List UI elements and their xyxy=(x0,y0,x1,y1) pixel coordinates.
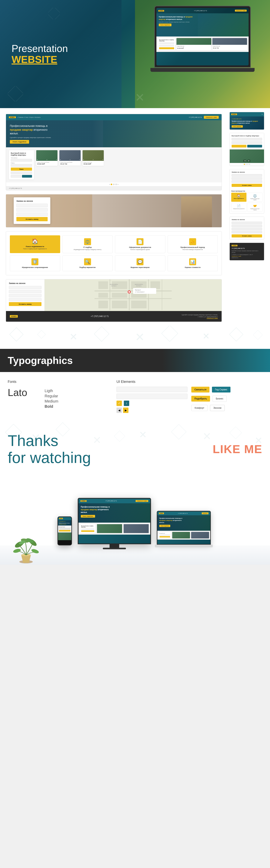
typographics-section: Typographics Fonts Lato Ligth Regular Me… xyxy=(0,349,270,421)
desktop-hero-cta[interactable]: Узнать подробнее xyxy=(10,140,29,144)
thanks-text-block: Thanks for watching xyxy=(8,432,91,466)
footer-phone: +7 (707) 040 12 71 xyxy=(91,315,109,317)
typo-ui-col: UI Elements ✓ i ◀ ▶ xyxy=(116,380,262,413)
like-me-text: LIKE ME xyxy=(213,442,262,456)
service-3: 📄 Оформление документов Полное сопровожд… xyxy=(115,235,165,253)
phone-mockup-bottom: HOMES +7 (707) 040 12 71 Профессиональна… xyxy=(58,517,72,546)
laptop-hero-title: Профессиональная помощь в продаже кварти… xyxy=(159,16,194,21)
service-5: 🛡️ Юридическое сопровождение xyxy=(10,255,60,271)
ui-btn-select[interactable]: Подобрать xyxy=(191,396,210,402)
ui-btn-secondary[interactable]: Гид Сервис xyxy=(212,387,231,393)
laptop-hero-btn: Узнать подробнее xyxy=(159,24,171,26)
hero-content: Presentation WEBSITE xyxy=(11,43,68,65)
decor-separator-1: ✕ ✕ ✕ xyxy=(0,326,270,349)
preview-section: HOMES • Главная • О нас • Услуги • Конта… xyxy=(0,108,270,326)
svg-point-55 xyxy=(31,548,39,554)
property-section: Быстрый поиск и подбор квартиры Тип жиль… xyxy=(6,147,222,182)
mobile-preview-services: Заявка на звонок Оставить заявку Наши пр… xyxy=(230,169,264,214)
ui-checkbox[interactable]: ✓ xyxy=(116,401,122,406)
property-card-2: ⊞⊡⊟ Камня Апат рок Поика 55 127 782 xyxy=(59,150,80,166)
font-name: Lato xyxy=(8,387,27,398)
svg-rect-12 xyxy=(150,281,160,289)
ui-btn-economy[interactable]: Эконом xyxy=(210,405,225,411)
svg-text:ул. Нурмухамедова 2: ул. Нурмухамедова 2 xyxy=(135,291,145,292)
service-2: ⚖️ IT подбор Индивидуальный подход к каж… xyxy=(63,235,113,253)
svg-text:✕: ✕ xyxy=(139,429,147,440)
plant-svg xyxy=(11,522,40,565)
svg-text:✕: ✕ xyxy=(135,331,145,344)
font-weight-regular: Regular xyxy=(44,394,58,398)
mobile-preview-search: Быстрый поиск и подбор квартиры ◀ ▶ xyxy=(230,133,264,166)
ui-btn-ghost[interactable]: Бизнес xyxy=(212,396,227,402)
service-7: 💬 Ведение переговоров xyxy=(115,255,165,271)
svg-text:Риэлтор А.: Риэлтор А. xyxy=(135,289,141,290)
svg-rect-18 xyxy=(131,301,146,308)
svg-rect-11 xyxy=(131,281,146,289)
laptop-mockup: HOMES +7 (707) 040 12 71 Связаться с нам… xyxy=(154,6,255,79)
like-me-block: LIKE ME xyxy=(213,442,262,456)
svg-rect-0 xyxy=(8,86,23,101)
ui-buttons-col: Связаться Гид Сервис Подобрать Бизнес Ко… xyxy=(191,387,262,412)
desktop-preview-2: Заявка на звонок Оставить заявку xyxy=(6,194,222,227)
font-weights: Ligth Regular Medium Bold xyxy=(44,389,58,409)
svg-text:✕: ✕ xyxy=(203,331,210,341)
mockup-section: HOMES +7 (707) 040 12 71 Профессиональна… xyxy=(0,478,270,565)
desktop-nav-phone: +7 (707) 040 12 71 xyxy=(189,116,202,118)
ui-info-button[interactable]: i xyxy=(124,401,129,406)
service-4: 🤝 Профессиональный подход Опытная команд… xyxy=(168,235,218,253)
mobile-preview-footer: HOMES +7 (707) 040 12 71 Сделайте лучшую… xyxy=(230,243,264,260)
mobile-preview-col: HOMES ☰ +7 (707) 040 12 71 Профессиональ… xyxy=(228,108,270,326)
mobile-preview-map: Заявка на звонок Оставить заявку xyxy=(230,217,264,240)
ui-btn-comfort[interactable]: Комфорт xyxy=(191,405,207,411)
laptop-mockup-bottom: HOMES +7 (707) 040 12 71 Связаться Профе… xyxy=(157,511,213,547)
ui-nav-prev[interactable]: ◀ xyxy=(116,408,122,413)
search-panel: Быстрый поиск и подбор квартиры Тип жиль… xyxy=(9,150,34,180)
property-card-1: ⊞⊡⊟ Камня Апат рок Поика 55 000 000₸ xyxy=(36,150,58,166)
svg-text:✕: ✕ xyxy=(93,434,101,446)
svg-text:КОКТЕМ 2: КОКТЕМ 2 xyxy=(111,285,117,286)
laptop-hero-sub: Сделайте лучшую продажу квартиры приятны… xyxy=(159,22,246,23)
service-1: 🏠 Поиск недвижимости Поиск и подбор ваше… xyxy=(10,235,60,253)
desktop-nav: HOMES • Главная • О нас • Услуги • Конта… xyxy=(6,114,222,120)
desktop-preview-4: Заявка на звонок Оставить заявку xyxy=(6,279,222,322)
typo-title: Typographics xyxy=(8,355,262,366)
service-8: 📊 Оценка стоимости xyxy=(168,255,218,271)
desktop-preview-1: HOMES • Главная • О нас • Услуги • Конта… xyxy=(6,114,222,190)
laptop-screen-cta: Связаться с нами xyxy=(235,10,247,11)
svg-point-54 xyxy=(13,548,21,554)
hero-section: ✕ Presentation WEBSITE HOMES +7 (707) 04… xyxy=(0,0,270,108)
svg-text:МИКРОРАЙОН: МИКРОРАЙОН xyxy=(135,284,143,285)
ui-btn-primary[interactable]: Связаться xyxy=(191,387,209,393)
font-weight-bold: Bold xyxy=(44,404,58,409)
laptop-screen: HOMES +7 (707) 040 12 71 Связаться с нам… xyxy=(157,8,248,65)
ui-checkbox-row: ✓ i xyxy=(116,401,188,406)
svg-text:КОКТЕМ 1: КОКТЕМ 1 xyxy=(136,285,142,286)
laptop-base xyxy=(150,68,255,72)
laptop-body: HOMES +7 (707) 040 12 71 Связаться с нам… xyxy=(154,6,251,68)
fonts-label: Fonts xyxy=(8,380,105,384)
services-grid: 🏠 Поиск недвижимости Поиск и подбор ваше… xyxy=(10,235,218,253)
desktop-preview-3: 🏠 Поиск недвижимости Поиск и подбор ваше… xyxy=(6,231,222,275)
mobile-preview-hero: HOMES ☰ +7 (707) 040 12 71 Профессиональ… xyxy=(230,112,264,130)
hero-title-line1: Presentation xyxy=(11,43,68,54)
svg-rect-17 xyxy=(112,301,127,308)
property-cards: ⊞⊡⊟ Камня Апат рок Поика 55 000 000₸ xyxy=(36,150,219,180)
svg-rect-10 xyxy=(112,281,127,289)
svg-rect-25 xyxy=(133,288,156,294)
plant-decoration xyxy=(11,522,40,565)
form-submit-btn[interactable]: Оставить заявку xyxy=(26,218,38,220)
desktop-nav-cta[interactable]: Связаться с нами xyxy=(204,116,219,119)
site-footer: HOMES +7 (707) 040 12 71 Сделайте лучшую… xyxy=(6,311,222,322)
desktop-preview-col: HOMES • Главная • О нас • Услуги • Конта… xyxy=(0,108,228,326)
ui-input-1[interactable] xyxy=(116,387,188,392)
map-svg: МИКРОРАЙОН КОКТЕМ 2 МИКРОРАЙОН КОКТЕМ 1 … xyxy=(44,279,222,310)
service-6: 🔍 Подбор вариантов xyxy=(63,255,113,271)
svg-rect-16 xyxy=(98,301,108,308)
svg-text:МИКРОРАЙОН: МИКРОРАЙОН xyxy=(110,284,118,285)
desktop-hero-text: Профессиональная помощь в продаже кварти… xyxy=(10,124,56,135)
typo-content: Fonts Lato Ligth Regular Medium Bold UI … xyxy=(0,372,270,421)
laptop-screen-logo: HOMES xyxy=(158,10,164,11)
decor-svg-1: ✕ ✕ ✕ xyxy=(0,326,270,349)
ui-nav-next[interactable]: ▶ xyxy=(123,408,129,413)
ui-input-2[interactable] xyxy=(116,394,188,399)
